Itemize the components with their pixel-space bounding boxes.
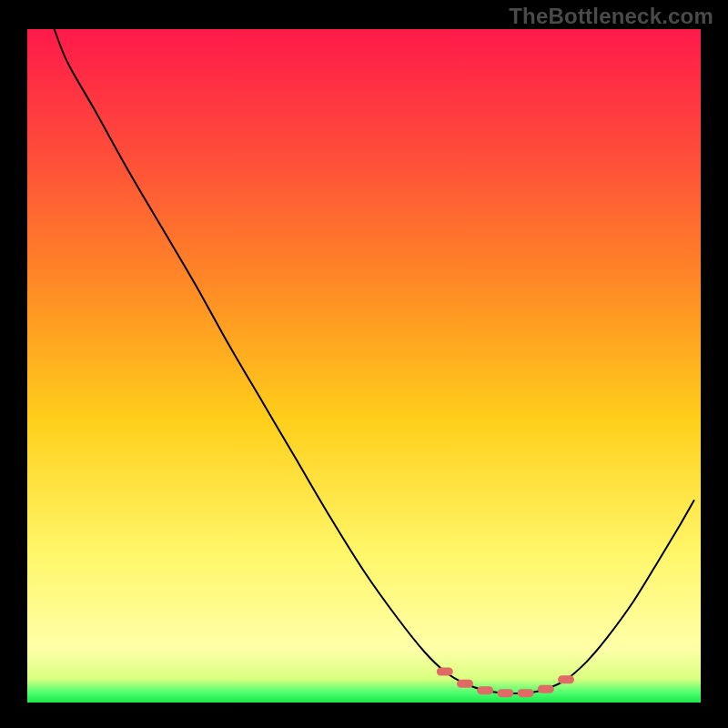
optimal-marker xyxy=(518,689,534,697)
gradient-background xyxy=(27,29,701,703)
chart-frame: TheBottleneck.com xyxy=(0,0,728,728)
optimal-marker xyxy=(558,675,574,683)
optimal-marker xyxy=(538,685,554,693)
bottleneck-curve-chart xyxy=(27,29,701,703)
optimal-marker xyxy=(437,667,453,675)
optimal-marker xyxy=(477,686,493,694)
watermark-text: TheBottleneck.com xyxy=(509,4,713,29)
optimal-marker xyxy=(497,689,513,697)
plot-area xyxy=(27,29,701,703)
optimal-marker xyxy=(457,680,473,688)
